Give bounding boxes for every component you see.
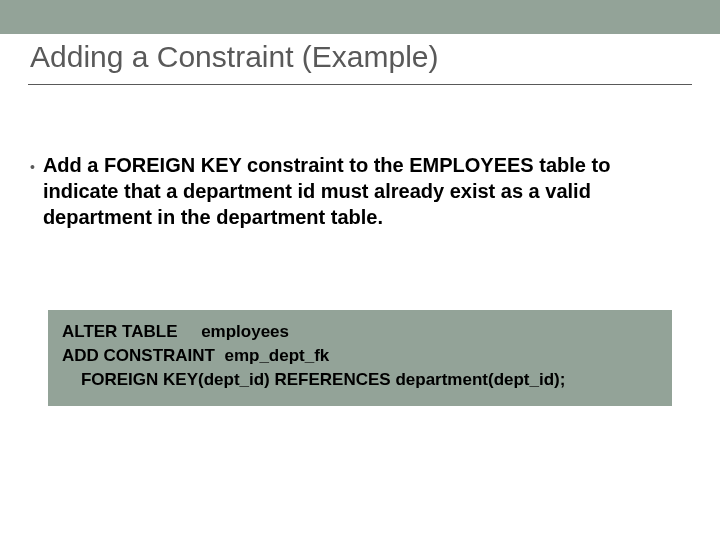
slide: Adding a Constraint (Example) • Add a FO…: [0, 0, 720, 540]
bullet-item: • Add a FOREIGN KEY constraint to the EM…: [30, 152, 670, 230]
bullet-text: Add a FOREIGN KEY constraint to the EMPL…: [43, 152, 670, 230]
slide-title: Adding a Constraint (Example): [30, 40, 439, 73]
title-underline: [28, 84, 692, 85]
top-accent-bar: [0, 0, 720, 34]
code-text: ALTER TABLE employees ADD CONSTRAINT emp…: [62, 320, 658, 391]
code-block: ALTER TABLE employees ADD CONSTRAINT emp…: [48, 310, 672, 406]
bullet-dot-icon: •: [30, 154, 35, 180]
